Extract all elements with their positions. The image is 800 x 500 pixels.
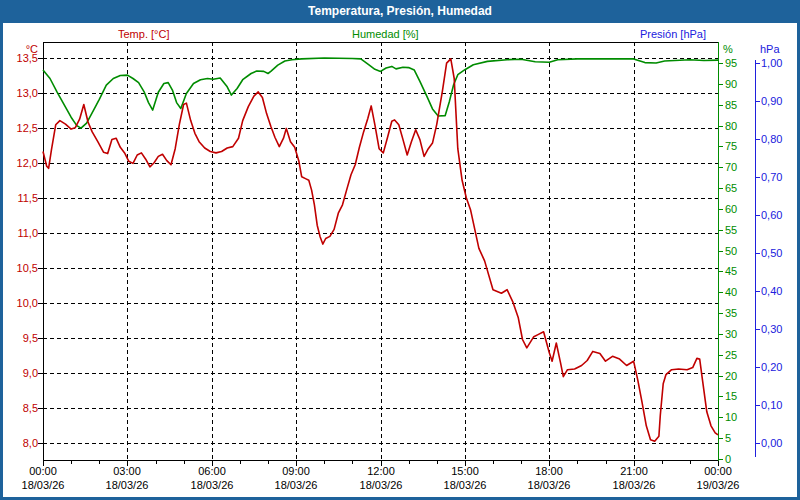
time-tick-label: 15:00: [445, 465, 485, 477]
date-tick-label: 18/03/26: [268, 479, 324, 491]
humidity-tick-label: 85: [725, 99, 737, 111]
pressure-tick-label: 0,90: [761, 95, 782, 107]
humidity-tick-label: 55: [725, 224, 737, 236]
time-tick-label: 03:00: [107, 465, 147, 477]
temp-series-line: [43, 59, 718, 441]
humidity-tick-label: 20: [725, 370, 737, 382]
pressure-tick-label: 0,30: [761, 323, 782, 335]
temp-tick-label: 12,5: [8, 122, 38, 134]
plot-svg: [0, 0, 800, 500]
date-tick-label: 18/03/26: [437, 479, 493, 491]
pressure-tick-label: 0,40: [761, 285, 782, 297]
pressure-tick-label: 0,10: [761, 399, 782, 411]
temp-tick-label: 10,5: [8, 262, 38, 274]
humidity-tick-label: 60: [725, 203, 737, 215]
humidity-tick-label: 90: [725, 78, 737, 90]
date-tick-label: 18/03/26: [606, 479, 662, 491]
time-tick-label: 12:00: [361, 465, 401, 477]
humidity-tick-label: 35: [725, 307, 737, 319]
pressure-tick-label: 0,60: [761, 209, 782, 221]
temp-tick-label: 13,5: [8, 52, 38, 64]
date-tick-label: 18/03/26: [184, 479, 240, 491]
humidity-tick-label: 30: [725, 328, 737, 340]
pressure-tick-label: 1,00: [761, 57, 782, 69]
pressure-tick-label: 0,80: [761, 133, 782, 145]
temp-tick-label: 8,0: [8, 437, 38, 449]
time-tick-label: 18:00: [529, 465, 569, 477]
humidity-tick-label: 10: [725, 411, 737, 423]
pressure-tick-label: 0,50: [761, 247, 782, 259]
pressure-tick-label: 0,70: [761, 171, 782, 183]
temp-tick-label: 11,0: [8, 227, 38, 239]
time-tick-label: 09:00: [276, 465, 316, 477]
temp-tick-label: 10,0: [8, 297, 38, 309]
time-tick-label: 21:00: [614, 465, 654, 477]
humidity-tick-label: 45: [725, 265, 737, 277]
humidity-tick-label: 40: [725, 286, 737, 298]
date-tick-label: 18/03/26: [99, 479, 155, 491]
humidity-tick-label: 0: [725, 453, 731, 465]
humidity-tick-label: 70: [725, 161, 737, 173]
pressure-tick-label: 0,20: [761, 361, 782, 373]
humidity-tick-label: 65: [725, 182, 737, 194]
humidity-tick-label: 50: [725, 245, 737, 257]
date-tick-label: 18/03/26: [353, 479, 409, 491]
temp-tick-label: 8,5: [8, 402, 38, 414]
temp-tick-label: 12,0: [8, 157, 38, 169]
pressure-tick-label: 0,00: [761, 437, 782, 449]
time-tick-label: 06:00: [192, 465, 232, 477]
temp-tick-label: 11,5: [8, 192, 38, 204]
time-tick-label: 00:00: [23, 465, 63, 477]
date-tick-label: 19/03/26: [690, 479, 746, 491]
temp-tick-label: 13,0: [8, 87, 38, 99]
temp-tick-label: 9,5: [8, 332, 38, 344]
date-tick-label: 18/03/26: [15, 479, 71, 491]
humidity-tick-label: 25: [725, 349, 737, 361]
humidity-tick-label: 15: [725, 390, 737, 402]
time-tick-label: 00:00: [698, 465, 738, 477]
chart-window: Temperatura, Presión, Humedad Temp. [°C]…: [0, 0, 800, 500]
date-tick-label: 18/03/26: [521, 479, 577, 491]
temp-tick-label: 9,0: [8, 367, 38, 379]
humidity-tick-label: 95: [725, 57, 737, 69]
humidity-tick-label: 5: [725, 432, 731, 444]
humidity-tick-label: 80: [725, 120, 737, 132]
humidity-tick-label: 75: [725, 140, 737, 152]
